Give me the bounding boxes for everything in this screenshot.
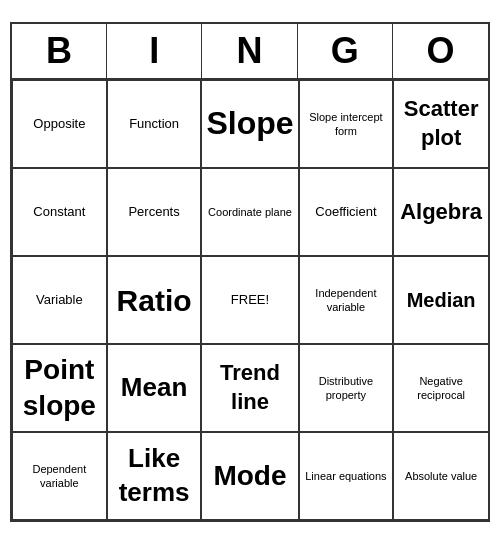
bingo-grid: OppositeFunctionSlopeSlope intercept for… — [12, 80, 488, 520]
bingo-cell: Point slope — [12, 344, 107, 432]
bingo-cell: Percents — [107, 168, 202, 256]
bingo-cell: Ratio — [107, 256, 202, 344]
bingo-cell: Linear equations — [299, 432, 394, 520]
bingo-cell: Algebra — [393, 168, 488, 256]
bingo-header: BINGO — [12, 24, 488, 80]
bingo-cell: Dependent variable — [12, 432, 107, 520]
bingo-cell: Constant — [12, 168, 107, 256]
bingo-cell: Distributive property — [299, 344, 394, 432]
bingo-cell: Slope intercept form — [299, 80, 394, 168]
bingo-cell: Opposite — [12, 80, 107, 168]
bingo-cell: Mode — [201, 432, 298, 520]
bingo-cell: Variable — [12, 256, 107, 344]
header-letter: I — [107, 24, 202, 78]
bingo-cell: Coordinate plane — [201, 168, 298, 256]
header-letter: N — [202, 24, 297, 78]
bingo-cell: Like terms — [107, 432, 202, 520]
bingo-card: BINGO OppositeFunctionSlopeSlope interce… — [10, 22, 490, 522]
bingo-cell: FREE! — [201, 256, 298, 344]
bingo-cell: Coefficient — [299, 168, 394, 256]
bingo-cell: Independent variable — [299, 256, 394, 344]
bingo-cell: Absolute value — [393, 432, 488, 520]
bingo-cell: Trend line — [201, 344, 298, 432]
header-letter: G — [298, 24, 393, 78]
bingo-cell: Function — [107, 80, 202, 168]
bingo-cell: Negative reciprocal — [393, 344, 488, 432]
bingo-cell: Median — [393, 256, 488, 344]
header-letter: B — [12, 24, 107, 78]
header-letter: O — [393, 24, 488, 78]
bingo-cell: Scatter plot — [393, 80, 488, 168]
bingo-cell: Mean — [107, 344, 202, 432]
bingo-cell: Slope — [201, 80, 298, 168]
